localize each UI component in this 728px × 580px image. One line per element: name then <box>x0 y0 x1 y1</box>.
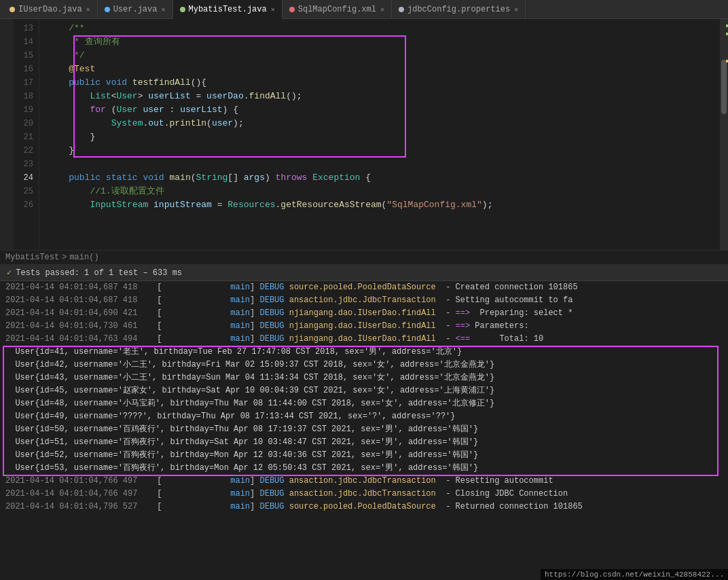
tab-iuserdao[interactable]: IUserDao.java ✕ <box>3 0 98 19</box>
tab-sqlmapconfig[interactable]: SqlMapConfig.xml ✕ <box>283 0 392 19</box>
close-icon[interactable]: ✕ <box>86 5 90 14</box>
console-line-3: 2021-04-14 04:01:04,690 421 [ main] DEBU… <box>0 307 728 320</box>
code-line-17: public void testfindAll(){ <box>48 76 720 90</box>
code-line-16: @Test <box>48 62 720 76</box>
close-icon[interactable]: ✕ <box>514 5 518 14</box>
code-line-14: * 查询所有 <box>48 35 720 49</box>
breadcrumb-method: main() <box>69 253 98 262</box>
tab-dot <box>399 7 404 12</box>
tab-dot <box>289 7 295 12</box>
user-data-7: User{id=50, username='百鸡夜行', birthday=Th… <box>0 423 728 436</box>
editor-area: 13 14 15 16 17 18 19 20 21 22 23 24 25 2… <box>0 19 728 250</box>
user-data-3: User{id=43, username='小二王', birthday=Sun… <box>0 371 728 384</box>
close-icon[interactable]: ✕ <box>271 5 275 14</box>
tab-bar: IUserDao.java ✕ User.java ✕ MybatisTest.… <box>0 0 728 19</box>
console-line-after-2: 2021-04-14 04:01:04,766 497 [ main] DEBU… <box>0 488 728 501</box>
code-line-15: */ <box>48 49 720 62</box>
breadcrumb-sep: > <box>62 253 67 262</box>
tab-mybatistest[interactable]: MybatisTest.java ✕ <box>173 0 283 19</box>
user-data-1: User{id=41, username='老王', birthday=Tue … <box>0 346 728 359</box>
user-data-10: User{id=53, username='百狗夜行', birthday=Mo… <box>0 462 728 475</box>
tab-jdbcconfig[interactable]: jdbcConfig.properties ✕ <box>392 0 526 19</box>
test-pass-icon: ✓ <box>7 268 12 278</box>
code-line-26: InputStream inputStream = Resources.getR… <box>48 198 720 212</box>
code-line-21: } <box>48 130 720 144</box>
scrollbar-thumb[interactable] <box>721 60 727 114</box>
code-line-19: for (User user : userList) { <box>48 103 720 117</box>
user-data-5: User{id=48, username='小马宝莉', birthday=Th… <box>0 397 728 410</box>
console-line-1: 2021-04-14 04:01:04,687 418 [ main] DEBU… <box>0 281 728 294</box>
console-line-4: 2021-04-14 04:01:04,730 461 [ main] DEBU… <box>0 320 728 333</box>
tab-label: User.java <box>113 5 158 14</box>
line-numbers: 13 14 15 16 17 18 19 20 21 22 23 24 25 2… <box>14 19 39 250</box>
user-data-4: User{id=45, username='赵家女', birthday=Sat… <box>0 384 728 397</box>
tab-user[interactable]: User.java ✕ <box>98 0 173 19</box>
test-results-text: Tests passed: 1 of 1 test – 633 ms <box>16 268 182 278</box>
user-data-8: User{id=51, username='百狗夜行', birthday=Sa… <box>0 436 728 449</box>
side-icons <box>0 19 14 250</box>
tab-label: SqlMapConfig.xml <box>298 5 376 14</box>
tab-dot <box>10 7 15 12</box>
user-data-9: User{id=52, username='百狗夜行', birthday=Mo… <box>0 449 728 462</box>
console-line-after-1: 2021-04-14 04:01:04,766 497 [ main] DEBU… <box>0 475 728 488</box>
console-area: 2021-04-14 04:01:04,687 418 [ main] DEBU… <box>0 281 728 580</box>
code-content: /** * 查询所有 */ @Test public void testfind… <box>39 19 720 250</box>
breadcrumb-class: MybatisTest <box>5 253 59 262</box>
console-line-after-3: 2021-04-14 04:01:04,796 527 [ main] DEBU… <box>0 501 728 513</box>
tab-label: jdbcConfig.properties <box>407 5 510 14</box>
close-icon[interactable]: ✕ <box>380 5 384 14</box>
breakpoint-icon <box>2 24 12 34</box>
breadcrumb: MybatisTest > main() <box>0 250 728 265</box>
code-line-13: /** <box>48 22 720 35</box>
test-results-bar: ✓ Tests passed: 1 of 1 test – 633 ms <box>0 265 728 281</box>
code-line-24: public static void main(String[] args) t… <box>48 171 720 185</box>
code-line-25: //1.读取配置文件 <box>48 185 720 198</box>
tab-dot <box>180 7 185 12</box>
tab-dot <box>105 7 110 12</box>
close-icon[interactable]: ✕ <box>161 5 165 14</box>
console-line-2: 2021-04-14 04:01:04,687 418 [ main] DEBU… <box>0 294 728 307</box>
user-data-6: User{id=49, username='????', birthday=Th… <box>0 410 728 423</box>
console-line-5: 2021-04-14 04:01:04,763 494 [ main] DEBU… <box>0 333 728 346</box>
url-bar: https://blog.csdn.net/weixin_42858422... <box>541 569 728 580</box>
code-line-22: } <box>48 144 720 158</box>
tab-label: MybatisTest.java <box>189 5 267 14</box>
tab-label: IUserDao.java <box>18 5 82 14</box>
editor-scrollbar[interactable] <box>720 19 728 250</box>
code-line-18: List<User> userList = userDao.findAll(); <box>48 90 720 103</box>
code-line-20: System.out.println(user); <box>48 117 720 130</box>
user-data-2: User{id=42, username='小二王', birthday=Fri… <box>0 359 728 371</box>
code-line-23 <box>48 158 720 171</box>
